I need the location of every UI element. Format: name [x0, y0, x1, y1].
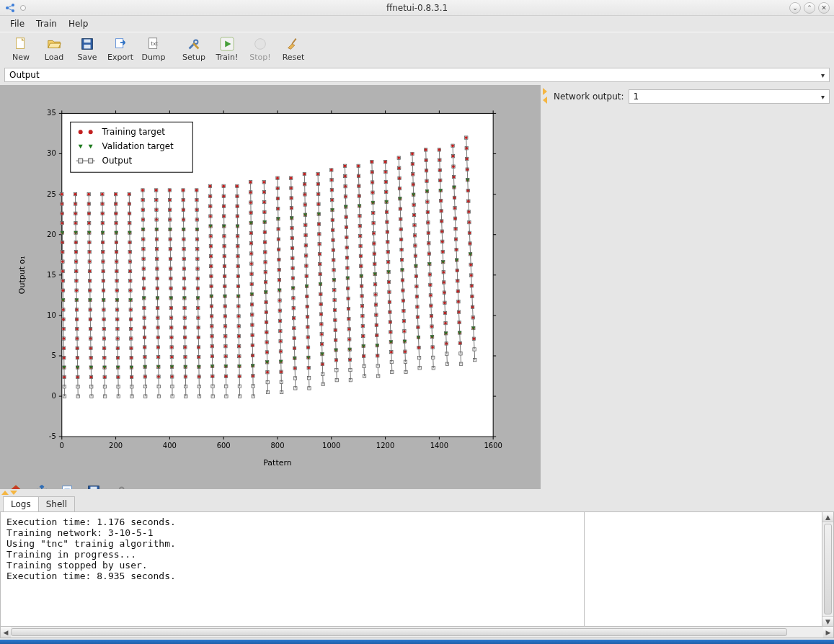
new-button[interactable]: New — [4, 34, 37, 63]
svg-point-1459 — [330, 169, 333, 171]
svg-point-1261 — [290, 176, 293, 179]
save-button[interactable]: Save — [71, 34, 104, 63]
tab-logs[interactable]: Logs — [3, 496, 39, 511]
svg-point-2123 — [79, 130, 83, 134]
dump-icon: txt — [145, 35, 162, 53]
svg-text:1200: 1200 — [376, 442, 394, 450]
close-button[interactable]: ✕ — [818, 2, 830, 14]
svg-point-1195 — [276, 176, 279, 179]
scroll-left-icon[interactable]: ◀ — [1, 627, 11, 638]
app-icon — [4, 2, 16, 14]
broom-icon — [285, 35, 302, 53]
svg-text:Training target: Training target — [102, 127, 166, 137]
dump-button[interactable]: txt Dump — [137, 34, 170, 63]
setup-button[interactable]: Setup — [177, 34, 210, 63]
svg-line-3 — [7, 5, 13, 8]
svg-point-271 — [87, 193, 90, 196]
svg-point-865 — [209, 184, 212, 187]
svg-text:0: 0 — [51, 392, 56, 400]
menu-help[interactable]: Help — [63, 17, 94, 30]
scroll-thumb[interactable] — [824, 524, 832, 614]
output-chart: -505101520253035 02004006008001000120014… — [4, 91, 536, 481]
svg-text:35: 35 — [47, 109, 56, 117]
play-icon — [218, 35, 236, 53]
view-selector[interactable]: Output ▾ — [4, 68, 830, 82]
log-horizontal-scrollbar[interactable]: ◀ ▶ — [0, 627, 834, 638]
svg-point-403 — [115, 193, 117, 196]
splitter-arrow-left-icon — [543, 97, 547, 104]
svg-point-1657 — [371, 161, 373, 164]
menu-file[interactable]: File — [4, 17, 30, 30]
stop-icon — [252, 35, 269, 53]
svg-point-1789 — [397, 156, 400, 159]
log-vertical-scrollbar[interactable]: ▲ ▼ — [822, 511, 834, 627]
network-output-label: Network output: — [554, 91, 624, 102]
export-button[interactable]: Export — [104, 34, 137, 63]
hscroll-thumb[interactable] — [11, 628, 787, 636]
export-icon — [112, 35, 129, 53]
svg-point-1525 — [344, 164, 347, 167]
svg-text:20: 20 — [47, 231, 56, 238]
svg-point-1723 — [384, 161, 387, 164]
window-title: ffnetui-0.8.3.1 — [0, 3, 834, 13]
reset-button[interactable]: Reset — [277, 34, 310, 63]
view-selector-row: Output ▾ — [0, 66, 834, 85]
network-output-value: 1 — [634, 91, 639, 102]
scroll-up-icon[interactable]: ▲ — [822, 512, 833, 522]
load-button[interactable]: Load — [37, 34, 71, 63]
svg-point-2053 — [451, 144, 454, 147]
svg-text:1600: 1600 — [484, 442, 502, 450]
svg-point-1591 — [357, 164, 360, 167]
menu-train[interactable]: Train — [30, 17, 63, 30]
svg-point-1855 — [411, 153, 414, 156]
svg-text:30: 30 — [47, 150, 56, 158]
bottom-tabs: Logs Shell — [0, 496, 834, 511]
svg-text:txt: txt — [151, 40, 158, 47]
svg-text:1400: 1400 — [430, 442, 448, 450]
svg-text:400: 400 — [163, 442, 177, 450]
tools-icon — [185, 35, 203, 53]
folder-open-icon — [45, 35, 63, 53]
svg-point-1327 — [303, 173, 306, 176]
svg-point-931 — [222, 184, 225, 187]
title-bar: ffnetui-0.8.3.1 ⌄ ⌃ ✕ — [0, 0, 834, 16]
tab-shell[interactable]: Shell — [38, 496, 75, 511]
network-output-select[interactable]: 1 ▾ — [629, 89, 830, 104]
svg-text:Validation target: Validation target — [102, 141, 174, 151]
view-selector-value: Output — [9, 70, 40, 80]
horizontal-splitter[interactable] — [0, 489, 834, 496]
svg-point-1987 — [438, 148, 440, 151]
new-file-icon — [12, 35, 30, 53]
scroll-right-icon[interactable]: ▶ — [823, 627, 833, 638]
svg-point-535 — [141, 189, 144, 192]
svg-point-997 — [236, 184, 239, 187]
svg-marker-18 — [288, 44, 295, 49]
log-side-area — [585, 511, 822, 627]
svg-text:25: 25 — [47, 190, 56, 198]
svg-point-1063 — [249, 181, 252, 184]
log-output[interactable]: Execution time: 1.176 seconds. Training … — [0, 511, 585, 627]
svg-point-2119 — [465, 136, 468, 139]
maximize-button[interactable]: ⌃ — [804, 2, 815, 14]
train-button[interactable]: Train! — [210, 34, 244, 63]
scroll-down-icon[interactable]: ▼ — [822, 616, 833, 626]
vertical-splitter[interactable] — [541, 85, 549, 489]
svg-line-4 — [7, 8, 13, 11]
svg-text:-5: -5 — [49, 432, 56, 440]
svg-rect-2131 — [89, 158, 93, 163]
svg-point-601 — [155, 189, 158, 192]
svg-rect-10 — [116, 39, 123, 48]
svg-point-1129 — [262, 181, 265, 184]
menu-bar: File Train Help — [0, 16, 834, 32]
svg-text:200: 200 — [109, 442, 123, 450]
stop-button[interactable]: Stop! — [244, 34, 277, 63]
minimize-button[interactable]: ⌄ — [789, 2, 801, 14]
svg-point-1393 — [316, 173, 319, 176]
svg-text:800: 800 — [270, 442, 284, 450]
svg-text:Output o₁: Output o₁ — [17, 256, 27, 294]
floppy-icon — [79, 35, 96, 53]
svg-line-17 — [292, 39, 296, 44]
svg-text:Pattern: Pattern — [263, 458, 292, 468]
splitter-arrow-down-icon — [10, 491, 17, 495]
chevron-down-icon: ▾ — [821, 71, 825, 79]
